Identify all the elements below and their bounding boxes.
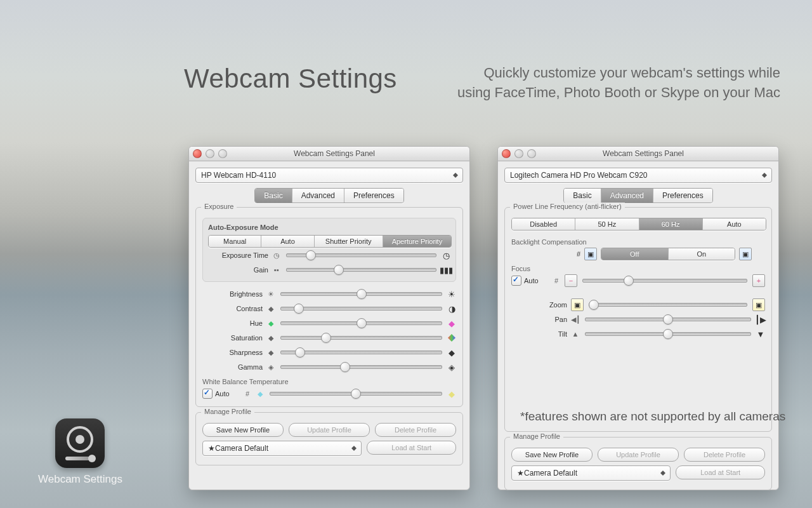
mode-shutter[interactable]: Shutter Priority <box>315 236 383 247</box>
titlebar[interactable]: Webcam Settings Panel <box>498 147 778 161</box>
backlight-on[interactable]: On <box>669 248 735 260</box>
timer-low-icon: ◷ <box>272 251 281 260</box>
features-footnote: *features shown are not supported by all… <box>520 410 785 424</box>
zoom-button[interactable] <box>527 149 536 158</box>
backlight-segment: Off On <box>601 248 735 260</box>
tab-advanced[interactable]: Advanced <box>292 189 344 203</box>
tilt-down-icon: ▼ <box>756 330 765 338</box>
wb-warm-icon: ◆ <box>447 389 456 398</box>
tilt-up-icon: ▲ <box>571 330 580 338</box>
save-profile-button[interactable]: Save New Profile <box>511 448 593 462</box>
app-badge: Webcam Settings <box>38 418 122 486</box>
plf-auto[interactable]: Auto <box>703 218 766 230</box>
window-title: Webcam Settings Panel <box>540 149 747 158</box>
device-select[interactable]: Logitech Camera HD Pro Webcam C920 <box>504 168 772 183</box>
exposure-group: Exposure Auto-Exposure Mode Manual Auto … <box>195 207 463 407</box>
pan-right-icon: ┃▶ <box>756 315 765 324</box>
saturation-low-icon: ◆ <box>266 333 275 342</box>
hue-slider[interactable] <box>280 321 442 325</box>
backlight-off[interactable]: Off <box>601 248 669 260</box>
gain-slider[interactable] <box>286 268 436 272</box>
backlight-off-icon: ▣ <box>584 248 597 260</box>
app-name-label: Webcam Settings <box>38 473 122 486</box>
wb-label: White Balance Temperature <box>202 378 456 385</box>
pan-slider[interactable] <box>585 318 751 321</box>
zoom-slider[interactable] <box>589 303 747 307</box>
backlight-label: Backlight Compensation <box>511 238 765 246</box>
backlight-on-icon: ▣ <box>739 248 752 260</box>
chevron-updown-icon <box>658 468 667 478</box>
load-at-start-button[interactable]: Load at Start <box>367 441 456 455</box>
exposure-time-slider[interactable] <box>286 253 436 257</box>
focus-auto-checkbox[interactable] <box>511 276 521 286</box>
titlebar[interactable]: Webcam Settings Panel <box>189 147 469 161</box>
mode-manual[interactable]: Manual <box>209 236 261 247</box>
wb-cool-icon: ◆ <box>256 389 265 398</box>
zoom-button[interactable] <box>218 149 227 158</box>
tab-bar: Basic Advanced Preferences <box>254 188 403 203</box>
gain-low-icon: ▪▪ <box>272 265 281 274</box>
tab-basic[interactable]: Basic <box>255 189 292 203</box>
chevron-updown-icon <box>350 443 358 453</box>
profile-select[interactable]: ★ Camera Default <box>511 465 671 481</box>
chevron-updown-icon <box>760 170 769 180</box>
window-title: Webcam Settings Panel <box>231 149 438 158</box>
plf-50hz[interactable]: 50 Hz <box>575 218 639 230</box>
tab-basic[interactable]: Basic <box>564 189 601 203</box>
plf-segment: Disabled 50 Hz 60 Hz Auto <box>511 218 766 231</box>
plf-disabled[interactable]: Disabled <box>512 218 575 230</box>
settings-panel-basic: Webcam Settings Panel HP Webcam HD-4110 … <box>188 146 470 490</box>
saturation-high-icon <box>447 333 456 342</box>
brightness-high-icon: ☀ <box>447 290 456 298</box>
brightness-slider[interactable] <box>280 292 442 296</box>
focus-label: Focus <box>511 265 765 272</box>
wb-slider[interactable] <box>270 392 442 396</box>
tab-advanced[interactable]: Advanced <box>601 189 653 203</box>
marketing-title: Webcam Settings <box>184 64 397 94</box>
focus-near-icon: − <box>565 274 577 287</box>
tab-preferences[interactable]: Preferences <box>344 189 403 203</box>
device-select[interactable]: HP Webcam HD-4110 <box>195 168 463 183</box>
close-button[interactable] <box>502 149 511 158</box>
tab-bar: Basic Advanced Preferences <box>563 188 712 203</box>
hue-high-icon: ◆ <box>447 319 456 328</box>
chevron-updown-icon <box>451 170 460 180</box>
pan-left-icon: ◀┃ <box>571 315 580 324</box>
profile-select[interactable]: ★ Camera Default <box>202 441 362 456</box>
delete-profile-button[interactable]: Delete Profile <box>375 423 456 437</box>
exposure-mode-segment: Manual Auto Shutter Priority Aperture Pr… <box>208 235 452 248</box>
profile-group: Manage Profile Save New Profile Update P… <box>195 412 463 465</box>
wb-auto-checkbox[interactable] <box>202 389 213 399</box>
gamma-high-icon: ◈ <box>447 363 456 371</box>
sharpness-slider[interactable] <box>280 351 442 354</box>
wb-hash: # <box>243 389 252 398</box>
delete-profile-button[interactable]: Delete Profile <box>684 448 765 462</box>
tab-preferences[interactable]: Preferences <box>653 189 712 203</box>
hue-low-icon: ◆ <box>266 319 275 328</box>
mode-aperture[interactable]: Aperture Priority <box>383 236 451 247</box>
save-profile-button[interactable]: Save New Profile <box>202 423 284 437</box>
sharpness-low-icon: ◆ <box>266 348 275 357</box>
saturation-slider[interactable] <box>280 336 442 340</box>
minimize-button[interactable] <box>514 149 523 158</box>
load-at-start-button[interactable]: Load at Start <box>676 465 765 479</box>
tilt-slider[interactable] <box>585 332 751 336</box>
update-profile-button[interactable]: Update Profile <box>598 448 679 462</box>
update-profile-button[interactable]: Update Profile <box>289 423 370 437</box>
close-button[interactable] <box>193 149 202 158</box>
contrast-slider[interactable] <box>280 307 442 311</box>
profile-group: Manage Profile Save New Profile Update P… <box>504 437 772 490</box>
minimize-button[interactable] <box>206 149 214 158</box>
advanced-group: Power Line Frequency (anti-flicker) Disa… <box>504 207 772 432</box>
settings-panel-advanced: Webcam Settings Panel Logitech Camera HD… <box>497 146 779 490</box>
brightness-low-icon: ☀ <box>266 290 275 298</box>
app-icon <box>55 418 105 468</box>
marketing-subtitle: Quickly customize your webcam's settings… <box>457 64 780 103</box>
focus-slider[interactable] <box>582 279 747 283</box>
contrast-high-icon: ◑ <box>447 304 456 313</box>
plf-60hz[interactable]: 60 Hz <box>639 218 703 230</box>
zoom-out-icon: ▣ <box>571 298 584 311</box>
gamma-slider[interactable] <box>280 365 442 369</box>
focus-hash: # <box>552 276 561 285</box>
mode-auto[interactable]: Auto <box>261 236 314 247</box>
